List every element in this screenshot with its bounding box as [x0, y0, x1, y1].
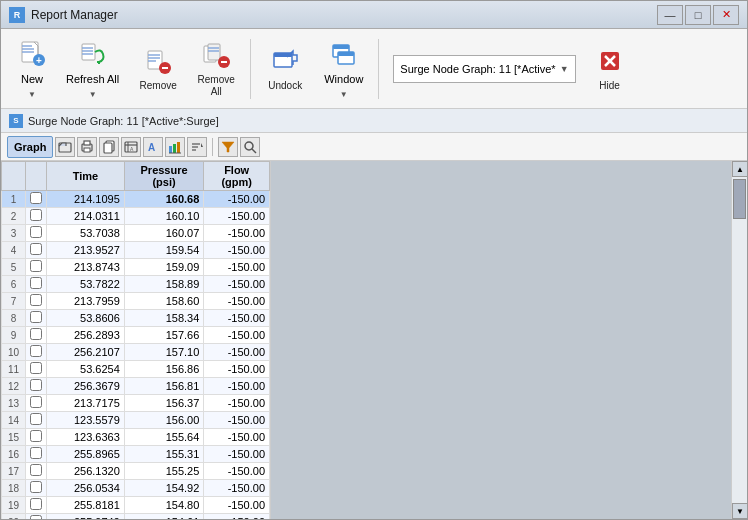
cell-checkbox[interactable]	[26, 480, 47, 497]
remove-button[interactable]: Remove	[130, 35, 186, 103]
sub-title-icon: S	[9, 114, 23, 128]
remove-all-icon	[200, 40, 232, 71]
toolbar-icon-5[interactable]: A	[143, 137, 163, 157]
table-scroll[interactable]: Time Pressure(psi) Flow(gpm) 1214.109516…	[1, 161, 270, 519]
cell-checkbox[interactable]	[26, 429, 47, 446]
refresh-all-dropdown-arrow[interactable]: ▼	[58, 86, 127, 102]
ribbon-separator-1	[250, 39, 251, 99]
remove-all-label: Remove All	[191, 74, 241, 98]
cell-checkbox[interactable]	[26, 497, 47, 514]
table-row: 2214.0311160.10-150.00	[2, 208, 270, 225]
toolbar-icon-1[interactable]	[55, 137, 75, 157]
new-button[interactable]: + New ▼	[9, 35, 55, 103]
cell-checkbox[interactable]	[26, 463, 47, 480]
cell-checkbox[interactable]	[26, 191, 47, 208]
svg-rect-27	[338, 52, 354, 56]
cell-pressure: 155.31	[124, 446, 204, 463]
cell-flow: -150.00	[204, 412, 270, 429]
cell-time: 53.7822	[47, 276, 125, 293]
cell-rownum: 18	[2, 480, 26, 497]
new-button-main[interactable]: + New	[10, 36, 54, 86]
graph-tab-button[interactable]: Graph	[7, 136, 53, 158]
scroll-down-button[interactable]: ▼	[732, 503, 747, 519]
hide-button[interactable]: Hide	[582, 35, 638, 103]
cell-rownum: 14	[2, 412, 26, 429]
cell-rownum: 9	[2, 327, 26, 344]
scroll-up-button[interactable]: ▲	[732, 161, 747, 177]
col-header-pressure[interactable]: Pressure(psi)	[124, 162, 204, 191]
window-button[interactable]: Window ▼	[315, 35, 372, 103]
cell-time: 214.0311	[47, 208, 125, 225]
cell-flow: -150.00	[204, 225, 270, 242]
toolbar-separator	[212, 138, 213, 156]
cell-time: 123.6363	[47, 429, 125, 446]
cell-flow: -150.00	[204, 327, 270, 344]
undock-button[interactable]: Undock	[257, 35, 313, 103]
cell-pressure: 155.64	[124, 429, 204, 446]
cell-pressure: 156.86	[124, 361, 204, 378]
maximize-button[interactable]: □	[685, 5, 711, 25]
table-panel: Time Pressure(psi) Flow(gpm) 1214.109516…	[1, 161, 271, 519]
cell-pressure: 158.60	[124, 293, 204, 310]
cell-time: 213.7175	[47, 395, 125, 412]
cell-checkbox[interactable]	[26, 412, 47, 429]
filter-icon[interactable]	[218, 137, 238, 157]
scrollbar-track[interactable]	[732, 177, 747, 503]
vertical-scrollbar[interactable]: ▲ ▼	[731, 161, 747, 519]
content-area: Time Pressure(psi) Flow(gpm) 1214.109516…	[1, 161, 747, 519]
cell-flow: -150.00	[204, 276, 270, 293]
svg-line-51	[252, 149, 256, 153]
toolbar: Graph A	[1, 133, 747, 161]
scrollbar-thumb[interactable]	[733, 179, 746, 219]
undock-icon	[269, 45, 301, 77]
col-header-time[interactable]: Time	[47, 162, 125, 191]
cell-checkbox[interactable]	[26, 378, 47, 395]
cell-rownum: 4	[2, 242, 26, 259]
refresh-all-icon	[79, 40, 107, 70]
cell-checkbox[interactable]	[26, 225, 47, 242]
app-icon: R	[9, 7, 25, 23]
toolbar-icon-3[interactable]	[99, 137, 119, 157]
cell-checkbox[interactable]	[26, 327, 47, 344]
minimize-button[interactable]: —	[657, 5, 683, 25]
cell-rownum: 17	[2, 463, 26, 480]
cell-checkbox[interactable]	[26, 446, 47, 463]
cell-checkbox[interactable]	[26, 293, 47, 310]
close-button[interactable]: ✕	[713, 5, 739, 25]
toolbar-icon-2[interactable]	[77, 137, 97, 157]
toolbar-icon-sort[interactable]	[187, 137, 207, 157]
svg-rect-17	[208, 44, 220, 60]
cell-checkbox[interactable]	[26, 276, 47, 293]
col-header-rownum	[2, 162, 26, 191]
refresh-all-button[interactable]: Refresh All ▼	[57, 35, 128, 103]
cell-time: 53.8606	[47, 310, 125, 327]
table-row: 853.8606158.34-150.00	[2, 310, 270, 327]
cell-checkbox[interactable]	[26, 395, 47, 412]
cell-flow: -150.00	[204, 446, 270, 463]
active-graph-dropdown[interactable]: Surge Node Graph: 11 [*Active* ▼	[393, 55, 575, 83]
table-row: 5213.8743159.09-150.00	[2, 259, 270, 276]
cell-rownum: 3	[2, 225, 26, 242]
find-icon[interactable]	[240, 137, 260, 157]
cell-checkbox[interactable]	[26, 259, 47, 276]
cell-checkbox[interactable]	[26, 208, 47, 225]
remove-all-button[interactable]: Remove All	[188, 35, 244, 103]
cell-checkbox[interactable]	[26, 344, 47, 361]
cell-rownum: 10	[2, 344, 26, 361]
toolbar-icon-4[interactable]: A	[121, 137, 141, 157]
refresh-all-main[interactable]: Refresh All	[58, 36, 127, 86]
cell-checkbox[interactable]	[26, 514, 47, 520]
cell-flow: -150.00	[204, 429, 270, 446]
cell-checkbox[interactable]	[26, 310, 47, 327]
svg-rect-6	[82, 44, 95, 60]
col-header-flow[interactable]: Flow(gpm)	[204, 162, 270, 191]
window-main[interactable]: Window	[316, 36, 371, 86]
toolbar-icon-6[interactable]	[165, 137, 185, 157]
cell-checkbox[interactable]	[26, 361, 47, 378]
cell-checkbox[interactable]	[26, 242, 47, 259]
window-dropdown-arrow[interactable]: ▼	[316, 86, 371, 102]
cell-time: 53.7038	[47, 225, 125, 242]
table-row: 7213.7959158.60-150.00	[2, 293, 270, 310]
cell-flow: -150.00	[204, 344, 270, 361]
new-dropdown-arrow[interactable]: ▼	[10, 86, 54, 102]
